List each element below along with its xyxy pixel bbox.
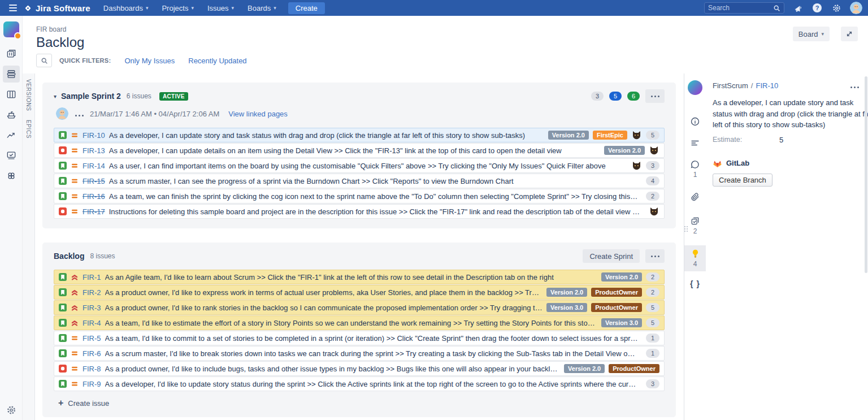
issue-key-link[interactable]: FIR-14	[83, 162, 105, 170]
priority-highest-icon	[71, 288, 79, 296]
sprint-panel: ▾ Sample Sprint 2 6 issues ACTIVE 3 5 6 …	[42, 83, 676, 228]
rail-development-icon[interactable]: 4	[684, 245, 706, 271]
story-type-icon	[59, 319, 67, 327]
filter-only-my-issues[interactable]: Only My Issues	[124, 57, 175, 65]
issue-key-link[interactable]: FIR-3	[83, 304, 101, 312]
estimate-badge: 5	[646, 318, 659, 327]
menu-boards[interactable]: Boards▾	[241, 4, 283, 12]
issue-key-link[interactable]: FIR-16	[83, 192, 105, 201]
issue-summary: As a product owner, I'd like to express …	[105, 288, 543, 297]
create-branch-button[interactable]: Create Branch	[713, 174, 772, 187]
sidebar-item-boards[interactable]	[3, 45, 20, 62]
backlog-more-button[interactable]	[645, 249, 665, 263]
rail-info-icon[interactable]	[684, 113, 706, 130]
issue-key-link[interactable]: FIR-6	[83, 349, 101, 358]
issue-row[interactable]: FIR-8 As a product owner, I'd like to in…	[54, 361, 665, 376]
user-avatar[interactable]	[850, 2, 862, 14]
detail-issue-key-link[interactable]: FIR-10	[756, 81, 778, 90]
priority-medium-icon	[71, 192, 79, 200]
sprint-more-button[interactable]	[645, 89, 665, 103]
issue-row[interactable]: FIR-5 As a team, I'd like to commit to a…	[54, 331, 665, 345]
issue-row[interactable]: FIR-2 As a product owner, I'd like to ex…	[54, 285, 665, 300]
menu-issues[interactable]: Issues▾	[201, 4, 240, 12]
gear-icon[interactable]	[831, 2, 842, 14]
project-avatar[interactable]	[3, 21, 19, 37]
board-dropdown-button[interactable]: Board▾	[793, 27, 830, 41]
issue-row[interactable]: FIR-13 As a developer, I can update deta…	[54, 143, 665, 158]
sidebar-settings-gear-icon[interactable]	[6, 405, 16, 415]
issue-row[interactable]: FIR-3 As a product owner, I'd like to ra…	[54, 300, 665, 315]
issue-key-link[interactable]: FIR-9	[83, 380, 101, 388]
global-search[interactable]	[704, 2, 784, 14]
sidebar-item-active-sprints[interactable]	[3, 86, 20, 103]
issue-row[interactable]: FIR-16 As a team, we can finish the spri…	[54, 189, 665, 203]
issue-key-link[interactable]: FIR-15	[83, 177, 105, 185]
issue-key-link[interactable]: FIR-8	[83, 365, 101, 373]
view-linked-pages-link[interactable]: View linked pages	[228, 110, 288, 118]
top-navbar: Jira Software Dashboards▾ Projects▾ Issu…	[0, 0, 868, 16]
panel-resize-handle[interactable]	[684, 226, 688, 232]
issue-key-link[interactable]: FIR-2	[83, 288, 101, 297]
issue-row[interactable]: FIR-6 As a scrum master, I'd like to bre…	[54, 346, 665, 361]
issue-key-link[interactable]: FIR-13	[83, 146, 105, 155]
rail-comments-icon[interactable]: 1	[684, 156, 706, 182]
jira-brand[interactable]: Jira Software	[21, 3, 96, 13]
menu-dashboards[interactable]: Dashboards▾	[97, 4, 155, 12]
create-issue-button[interactable]: + Create issue	[58, 398, 665, 408]
issue-row[interactable]: FIR-10 As a developer, I can update stor…	[54, 128, 665, 142]
estimate-badge: 2	[646, 192, 659, 201]
create-button[interactable]: Create	[288, 2, 325, 14]
filter-recently-updated[interactable]: Recently Updated	[188, 57, 246, 65]
more-avatars-icon[interactable]	[74, 109, 84, 119]
rail-subtasks-icon[interactable]: 2	[684, 213, 706, 239]
collapse-chevron-icon[interactable]: ▾	[54, 93, 57, 99]
backlog-panel: Backlog 8 issues Create Sprint FIR-1 As …	[42, 243, 676, 417]
issue-badges: Version 2.0	[604, 146, 645, 155]
issue-row[interactable]: FIR-17 Instructions for deleting this sa…	[54, 204, 665, 219]
announcements-icon[interactable]	[792, 2, 804, 14]
detail-more-button[interactable]	[849, 80, 860, 90]
create-sprint-button[interactable]: Create Sprint	[583, 249, 640, 263]
app-switcher-icon[interactable]	[6, 2, 20, 14]
issue-key-link[interactable]: FIR-5	[83, 334, 101, 343]
issue-key-link[interactable]: FIR-1	[83, 273, 101, 282]
assignee-avatar	[631, 161, 642, 171]
backlog-search-button[interactable]	[36, 54, 52, 67]
issue-summary: As a scrum master, I can see the progres…	[109, 177, 638, 185]
estimate-badge: 2	[646, 288, 659, 297]
story-type-icon	[59, 162, 67, 170]
detail-project-name[interactable]: FirstScrum	[713, 81, 748, 90]
sidebar-item-add-ons[interactable]	[3, 167, 20, 184]
tab-epics[interactable]: EPICS	[25, 120, 32, 138]
issue-row[interactable]: FIR-4 As a team, I'd like to estimate th…	[54, 315, 665, 330]
sidebar-item-backlog[interactable]	[3, 66, 20, 83]
sprint-owner-avatar[interactable]	[56, 107, 68, 120]
issue-row[interactable]: FIR-1 As an Agile team, I'd like to lear…	[54, 270, 665, 284]
rail-attachments-icon[interactable]	[684, 189, 706, 206]
sidebar-item-releases[interactable]	[3, 106, 20, 123]
issue-row[interactable]: FIR-15 As a scrum master, I can see the …	[54, 174, 665, 188]
sidebar-item-reports[interactable]	[3, 127, 20, 144]
issue-row[interactable]: FIR-9 As a developer, I'd like to update…	[54, 376, 665, 391]
search-input[interactable]	[708, 4, 773, 12]
estimate-value[interactable]: 5	[779, 136, 783, 144]
tab-versions[interactable]: VERSIONS	[25, 79, 32, 111]
issue-key-link[interactable]: FIR-17	[83, 207, 105, 216]
assignee-avatar	[649, 145, 659, 156]
priority-medium-icon	[71, 146, 79, 154]
breadcrumb[interactable]: FIR board	[36, 25, 66, 33]
issue-summary: As a team, I'd like to estimate the effo…	[105, 319, 597, 327]
version-badge: Version 3.0	[546, 303, 587, 312]
issue-key-link[interactable]: FIR-4	[83, 319, 101, 327]
rail-details-icon[interactable]	[684, 135, 706, 151]
rail-code-icon[interactable]: { }	[684, 276, 706, 292]
sidebar-item-issues[interactable]	[3, 147, 20, 164]
story-type-icon	[59, 349, 67, 357]
fullscreen-button[interactable]	[841, 27, 858, 41]
help-icon[interactable]: ?	[811, 2, 823, 14]
priority-medium-icon	[71, 162, 79, 170]
issue-key-link[interactable]: FIR-10	[83, 131, 105, 140]
menu-projects[interactable]: Projects▾	[155, 4, 200, 12]
issue-row[interactable]: FIR-14 As a user, I can find important i…	[54, 158, 665, 173]
vertical-scrollbar[interactable]	[865, 76, 867, 273]
